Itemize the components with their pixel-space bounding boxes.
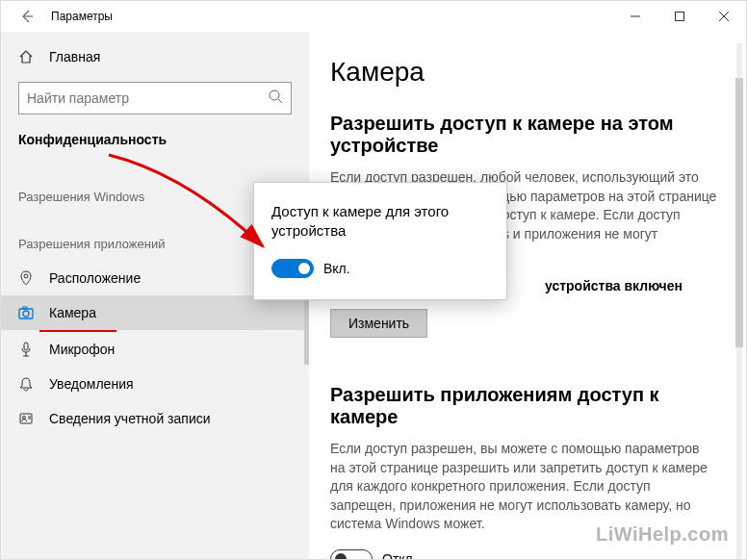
search-input[interactable]	[27, 90, 268, 106]
window-title: Параметры	[51, 10, 113, 23]
svg-point-8	[23, 311, 29, 317]
sidebar-item-label: Уведомления	[49, 376, 134, 392]
maximize-button[interactable]	[657, 1, 702, 32]
sidebar-item-label: Камера	[49, 305, 96, 320]
apps-camera-toggle[interactable]	[330, 549, 373, 559]
bell-icon	[18, 376, 36, 392]
microphone-icon	[18, 342, 36, 357]
account-icon	[18, 411, 36, 426]
close-button[interactable]	[702, 1, 746, 32]
minimize-button[interactable]	[613, 1, 657, 32]
svg-point-12	[23, 417, 26, 420]
sidebar-item-camera[interactable]: Камера	[1, 295, 309, 330]
svg-rect-1	[676, 13, 684, 21]
section1-heading: Разрешить доступ к камере на этом устрой…	[330, 113, 717, 157]
sidebar-item-label: Микрофон	[49, 342, 115, 357]
watermark: LiWiHelp.com	[596, 523, 729, 546]
home-icon	[18, 49, 36, 64]
change-button[interactable]: Изменить	[330, 309, 427, 338]
sidebar-section-title: Конфиденциальность	[1, 128, 309, 166]
page-title: Камера	[330, 57, 717, 88]
nav-home-label: Главная	[49, 49, 100, 64]
device-camera-toggle-label: Вкл.	[323, 261, 350, 276]
svg-point-6	[24, 274, 28, 278]
sidebar-item-label: Расположение	[49, 270, 141, 286]
camera-icon	[18, 305, 36, 320]
sidebar-item-notifications[interactable]: Уведомления	[1, 367, 309, 401]
nav-home[interactable]: Главная	[1, 41, 309, 72]
popup-title: Доступ к камере для этого устройства	[271, 202, 489, 240]
section2-desc: Если доступ разрешен, вы можете с помощь…	[330, 440, 717, 534]
svg-line-5	[278, 99, 282, 103]
apps-camera-toggle-label: Откл.	[382, 551, 417, 559]
scrollbar-thumb[interactable]	[735, 78, 743, 347]
sidebar-item-microphone[interactable]: Микрофон	[1, 332, 309, 367]
svg-point-4	[270, 90, 279, 100]
section2-heading: Разрешить приложениям доступ к камере	[330, 384, 717, 428]
svg-rect-10	[24, 343, 28, 350]
svg-rect-9	[23, 307, 27, 309]
location-icon	[18, 270, 36, 286]
sidebar-item-account[interactable]: Сведения учетной записи	[1, 401, 309, 436]
search-icon	[268, 89, 283, 108]
sidebar-item-label: Сведения учетной записи	[49, 411, 211, 426]
camera-access-popup: Доступ к камере для этого устройства Вкл…	[253, 182, 507, 300]
device-camera-toggle[interactable]	[271, 259, 314, 278]
search-input-wrapper[interactable]	[18, 82, 292, 115]
back-button[interactable]	[13, 3, 39, 30]
